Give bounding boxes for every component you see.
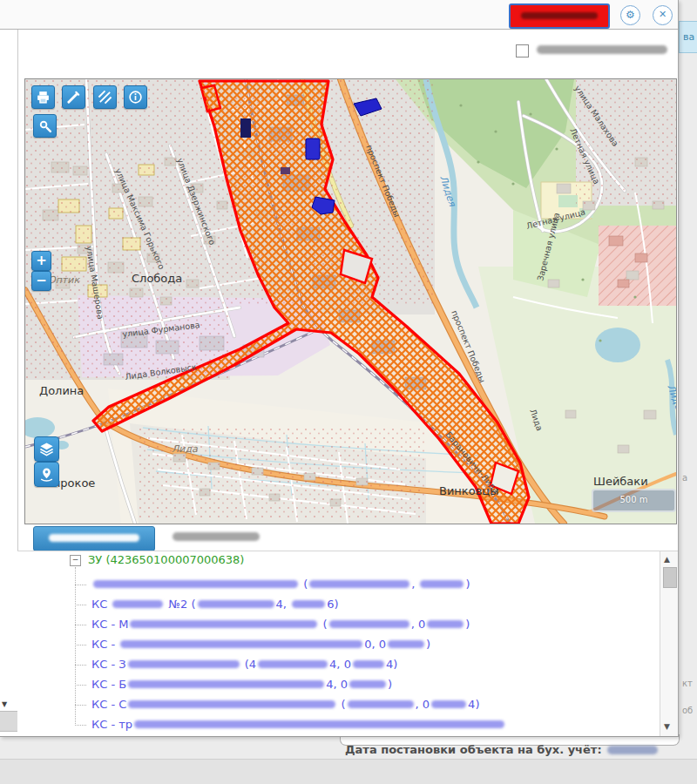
- tree-item-redacted: [329, 620, 409, 628]
- scroll-down-icon[interactable]: ▼: [664, 722, 670, 731]
- tree-item-text: 4): [386, 658, 397, 671]
- tree-branch: [75, 645, 86, 645]
- scrollbar-thumb[interactable]: [663, 567, 677, 588]
- tree-item[interactable]: КС №2 (4, 6): [75, 594, 506, 614]
- tree-item[interactable]: КС - З (44, 04): [75, 654, 506, 674]
- tree-item-text: №2 (: [165, 598, 195, 611]
- measure-icon: [66, 90, 81, 105]
- tree-item-redacted: [128, 700, 335, 708]
- tree-item-redacted: [420, 580, 464, 588]
- footer-date-row: Дата постановки объекта на бух. учёт:: [345, 743, 660, 756]
- checkbox-label-redacted: [537, 45, 667, 54]
- tree-item-text: ): [426, 638, 430, 651]
- background-text-fragment: об: [682, 706, 693, 715]
- layers-button[interactable]: [34, 436, 59, 462]
- tree-item[interactable]: КС - тр: [75, 714, 506, 734]
- page-bottom-strip: [0, 759, 697, 784]
- linked-objects-label-redacted: [49, 534, 139, 542]
- tree-item-text: КС - Б: [91, 678, 126, 691]
- tree-item-text: , 0: [416, 698, 430, 711]
- zoom-out-button[interactable]: −: [31, 271, 51, 291]
- checkbox[interactable]: [516, 44, 529, 57]
- tree-scrollbar[interactable]: ▲ ▼: [660, 551, 678, 736]
- modal-window: ⚙ ✕ ▼: [0, 0, 679, 737]
- background-tab-fragment: ва: [679, 21, 697, 53]
- search-icon: [37, 118, 52, 133]
- tree-item-text: 4,: [276, 598, 291, 611]
- gear-icon[interactable]: ⚙: [620, 5, 640, 25]
- tree-item[interactable]: КС - Б4, 0): [75, 674, 506, 694]
- tree-item-redacted: [128, 660, 240, 668]
- tree-item[interactable]: КС - С (, 04): [75, 694, 506, 714]
- window-topbar: ⚙ ✕: [0, 0, 678, 30]
- tree-item-redacted: [134, 720, 504, 728]
- zoom-in-button[interactable]: +: [31, 251, 51, 271]
- collapse-icon[interactable]: −: [70, 555, 81, 566]
- tree-branch: [75, 725, 86, 726]
- tree-item-redacted: [431, 700, 466, 708]
- info-icon: [128, 90, 143, 105]
- background-text-fragment: а: [682, 473, 687, 483]
- chevron-down-icon[interactable]: ▼: [2, 700, 7, 708]
- tree-item-redacted: [128, 680, 324, 688]
- tree-item-redacted: [427, 620, 464, 628]
- tree-item-text: 4): [468, 698, 479, 711]
- tree-item-text: 6): [327, 598, 338, 611]
- tree-items: (, )КС №2 (4, 6)КС - М (, 0)КС - 0, 0)КС…: [75, 574, 506, 734]
- tree-item-text: КС: [91, 598, 111, 611]
- tree-item-redacted: [349, 680, 386, 688]
- tree-item-redacted: [353, 660, 384, 668]
- tree-item-text: КС - С: [91, 698, 126, 711]
- tree-item-text: (: [319, 618, 327, 631]
- tree-item-text: (: [337, 698, 345, 711]
- tree-root-label[interactable]: ЗУ (423650100007000638): [88, 553, 244, 566]
- map-scale-bar: 500 m: [592, 489, 676, 512]
- tree-branch: [75, 625, 86, 625]
- measure-button[interactable]: [62, 85, 85, 109]
- tree-branch: [75, 705, 86, 706]
- linked-objects-button[interactable]: [33, 526, 155, 551]
- tree-item-text: ): [465, 578, 470, 591]
- tree-item-redacted: [309, 580, 409, 588]
- background-text-fragment: кт: [682, 679, 693, 688]
- tree-item-text: ,: [411, 578, 418, 591]
- locate-button[interactable]: [34, 462, 59, 487]
- tree-item-redacted: [258, 660, 328, 668]
- tree-item-text: КС - М: [91, 618, 128, 631]
- map-canvas: улица МашероваОптикСлободаулица Максима …: [25, 79, 676, 524]
- locate-icon: [38, 466, 55, 483]
- close-icon[interactable]: ✕: [653, 5, 673, 25]
- tree-item-text: ): [465, 618, 470, 631]
- print-button[interactable]: [31, 85, 55, 109]
- tree-item-redacted: [120, 640, 362, 648]
- tree-branch: [75, 585, 86, 585]
- tree-item-text: 4, 0: [326, 678, 348, 691]
- tree-item-redacted: [198, 600, 274, 608]
- tree-item[interactable]: КС - М (, 0): [75, 614, 506, 634]
- search-button[interactable]: [33, 114, 57, 138]
- window-subheader: [0, 30, 678, 78]
- tree-item-text: (4: [241, 658, 256, 671]
- tree-item-redacted: [292, 600, 325, 608]
- tree-item-text: (: [300, 578, 308, 591]
- tree-item-text: КС - тр: [91, 718, 132, 731]
- tree-item-redacted: [93, 580, 298, 588]
- action-button[interactable]: [509, 3, 610, 29]
- hatch-button[interactable]: [93, 85, 117, 109]
- tree-item-text: ): [388, 678, 392, 691]
- layers-icon: [38, 441, 55, 457]
- action-button-label-redacted: [521, 12, 598, 19]
- object-tree: −ЗУ (423650100007000638) (, )КС №2 (4, 6…: [17, 551, 678, 736]
- map-viewport[interactable]: улица МашероваОптикСлободаулица Максима …: [24, 78, 677, 524]
- tree-branch: [75, 605, 86, 605]
- tree-item[interactable]: КС - 0, 0): [75, 634, 506, 654]
- tree-item-text: КС - З: [91, 658, 126, 671]
- info-button[interactable]: [124, 85, 147, 109]
- panel-title-redacted: [173, 532, 260, 541]
- tree-item[interactable]: (, ): [75, 574, 506, 594]
- tree-item-redacted: [112, 600, 163, 608]
- tree-item-text: 0, 0: [364, 638, 386, 651]
- scroll-up-icon[interactable]: ▲: [664, 555, 670, 564]
- tree-item-redacted: [130, 620, 317, 628]
- tree-item-redacted: [348, 700, 414, 708]
